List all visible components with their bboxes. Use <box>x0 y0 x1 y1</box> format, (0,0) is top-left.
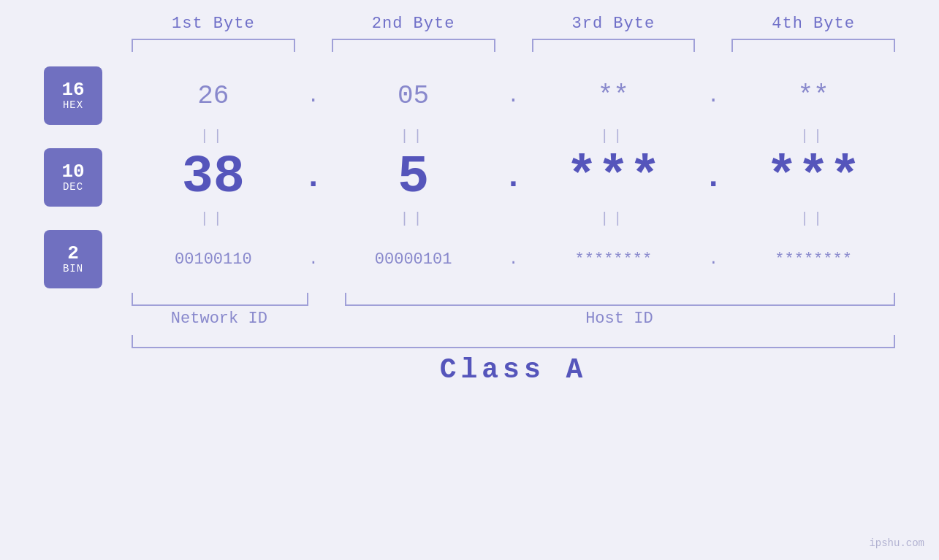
bottom-bracket-host <box>345 293 895 306</box>
dec-dot1: . <box>304 159 323 196</box>
main-container: 1st Byte 2nd Byte 3rd Byte 4th Byte 16 H… <box>0 0 939 560</box>
dec-b1: 38 <box>182 147 245 207</box>
dec-b4: *** <box>766 147 861 207</box>
bottom-bracket-network <box>132 293 308 306</box>
network-id-label: Network ID <box>132 310 307 328</box>
dec-b3: *** <box>566 147 661 207</box>
dec-b2: 5 <box>398 147 429 207</box>
bin-dot3: . <box>709 250 718 269</box>
hex-b4: ** <box>798 81 829 111</box>
dec-badge: 10 DEC <box>44 148 102 207</box>
hex-dot1: . <box>307 85 319 107</box>
byte3-header: 3rd Byte <box>532 15 696 33</box>
equals-2-b2: || <box>332 210 495 227</box>
hex-badge: 16 HEX <box>44 66 102 125</box>
hex-b3: ** <box>598 81 629 111</box>
bracket-byte4 <box>731 39 895 52</box>
class-label: Class A <box>440 354 588 386</box>
host-id-label: Host ID <box>343 310 895 328</box>
equals-2-b1: || <box>132 210 295 227</box>
byte1-header: 1st Byte <box>132 15 295 33</box>
bracket-byte3 <box>532 39 696 52</box>
equals-2-b3: || <box>532 210 696 227</box>
hex-b2: 05 <box>398 81 429 111</box>
bin-b1: 00100110 <box>175 250 252 269</box>
dec-dot2: . <box>503 159 522 196</box>
bin-dot2: . <box>509 250 518 269</box>
dec-dot3: . <box>704 159 723 196</box>
bin-badge: 2 BIN <box>44 230 102 288</box>
bracket-byte2 <box>332 39 495 52</box>
equals-1-b1: || <box>132 128 295 145</box>
byte2-header: 2nd Byte <box>332 15 495 33</box>
watermark: ipshu.com <box>869 537 924 549</box>
equals-2-b4: || <box>731 210 895 227</box>
bin-b4: ******** <box>775 250 852 269</box>
bin-b3: ******** <box>575 250 653 269</box>
byte4-header: 4th Byte <box>731 15 895 33</box>
bin-dot1: . <box>308 250 318 269</box>
hex-b1: 26 <box>197 81 229 111</box>
hex-dot2: . <box>507 85 520 107</box>
bracket-byte1 <box>132 39 295 52</box>
equals-1-b2: || <box>332 128 495 145</box>
hex-dot3: . <box>707 85 720 107</box>
equals-1-b4: || <box>731 128 895 145</box>
equals-1-b3: || <box>532 128 696 145</box>
class-bracket <box>132 335 895 348</box>
bin-b2: 00000101 <box>375 250 452 269</box>
